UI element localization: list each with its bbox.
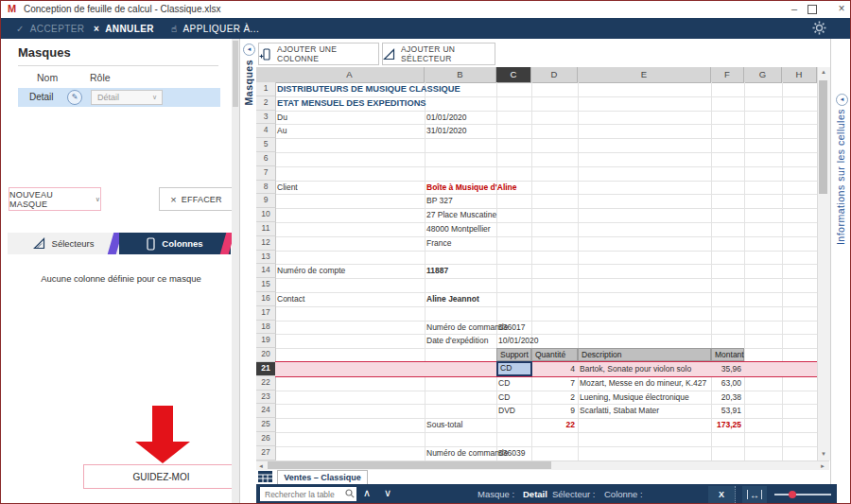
masks-side-tab[interactable]: ◂ Masques [239, 39, 257, 504]
cell-F23[interactable]: 20,38 [713, 391, 741, 403]
cell-E21[interactable]: Bartok, Sonate pour violon solo [580, 363, 691, 374]
cell-F22[interactable]: 63,00 [713, 377, 741, 389]
cell-B12[interactable]: France [426, 237, 451, 249]
cell-info-side-tab[interactable]: ◂ Informations sur les cellules [830, 39, 851, 504]
apply-to-button[interactable]: ☝ APPLIQUER À... [171, 18, 259, 39]
tab-selectors[interactable]: Sélecteurs [8, 233, 119, 254]
cell-A8[interactable]: Client [277, 182, 298, 193]
cell-A3[interactable]: Du [277, 112, 287, 123]
row-number-17[interactable]: 17 [256, 306, 276, 321]
cell-B14[interactable]: 11887 [426, 265, 448, 276]
cell-header-F20[interactable]: Montant [711, 348, 744, 361]
add-column-button[interactable]: AJOUTER UNE COLONNE [258, 43, 379, 65]
cell-header-E20[interactable]: Description [578, 348, 711, 361]
row-number-2[interactable]: 2 [256, 96, 276, 111]
minimize-button[interactable]: – [784, 2, 805, 16]
column-header-G[interactable]: G [744, 67, 782, 83]
column-header-A[interactable]: A [275, 67, 425, 83]
row-number-10[interactable]: 10 [256, 208, 276, 222]
cell-C22[interactable]: CD [498, 377, 510, 389]
row-number-5[interactable]: 5 [256, 138, 276, 152]
cell-B16[interactable]: Aline Jeannot [426, 293, 479, 304]
cell-A4[interactable]: Au [277, 125, 287, 136]
cell-A16[interactable]: Contact [277, 293, 304, 304]
cell-D25[interactable]: 22 [533, 419, 575, 430]
edit-mask-icon[interactable]: ✎ [67, 90, 82, 105]
scroll-right-icon[interactable]: ► [820, 463, 825, 469]
cell-E24[interactable]: Scarlatti, Stabat Mater [580, 405, 659, 416]
cell-F21[interactable]: 35,96 [713, 363, 741, 374]
new-mask-button[interactable]: NOUVEAU MASQUE ∨ [9, 187, 101, 211]
cell-C19[interactable]: 10/01/2020 [498, 335, 539, 346]
column-header-H[interactable]: H [782, 67, 817, 83]
cell-B27[interactable]: Numéro de commande [426, 447, 508, 459]
guide-me-button[interactable]: GUIDEZ-MOI [83, 464, 239, 489]
column-header-B[interactable]: B [425, 67, 496, 83]
row-number-9[interactable]: 9 [256, 194, 276, 208]
zoom-slider-handle[interactable] [789, 491, 796, 498]
row-number-4[interactable]: 4 [256, 124, 276, 138]
sheet-tab-ventes-classique[interactable]: Ventes – Classique [277, 470, 368, 485]
cell-B18[interactable]: Numéro de commande [426, 322, 508, 333]
add-selector-button[interactable]: AJOUTER UN SÉLECTEUR [382, 43, 495, 65]
row-number-20[interactable]: 20 [256, 348, 276, 362]
vertical-scrollbar-thumb[interactable] [819, 80, 827, 194]
cell-F25[interactable]: 173,25 [713, 419, 741, 430]
row-number-3[interactable]: 3 [256, 111, 276, 125]
cell-B19[interactable]: Date d'expédition [426, 335, 488, 346]
column-header-D[interactable]: D [531, 67, 578, 83]
cell-C24[interactable]: DVD [498, 405, 515, 416]
cell-D24[interactable]: 9 [533, 405, 575, 416]
row-number-6[interactable]: 6 [256, 152, 276, 166]
cell-header-C20[interactable]: Support [496, 348, 531, 361]
cell-header-D20[interactable]: Quantité [531, 348, 578, 361]
close-button[interactable]: × [831, 2, 851, 16]
cell-D21[interactable]: 4 [533, 363, 575, 374]
cell-A2[interactable]: ETAT MENSUEL DES EXPEDITIONS [277, 97, 426, 109]
scroll-left-icon[interactable]: ◄ [258, 463, 264, 469]
cell-D22[interactable]: 7 [533, 377, 575, 389]
selected-cell-C21[interactable]: CD [496, 361, 532, 376]
zoom-slider-track[interactable] [774, 494, 831, 495]
horizontal-scrollbar-thumb[interactable] [268, 461, 551, 469]
cell-B9[interactable]: BP 327 [426, 195, 453, 206]
collapse-panel-icon[interactable]: ◂ [836, 94, 848, 106]
cell-E23[interactable]: Luening, Musique électronique [580, 391, 689, 403]
cell-A1[interactable]: DISTRIBUTEURS DE MUSIQUE CLASSIQUE [277, 83, 460, 95]
fit-width-icon[interactable]: ↔ [742, 486, 767, 503]
scroll-down-icon[interactable]: ▼ [821, 451, 826, 457]
spreadsheet-grid[interactable]: ABCDEFGH12345678910111213141516171819202… [256, 67, 829, 461]
row-number-8[interactable]: 8 [256, 181, 276, 195]
panel-scrollbar-thumb[interactable] [233, 41, 238, 107]
row-number-22[interactable]: 22 [256, 376, 276, 391]
row-number-25[interactable]: 25 [256, 418, 276, 432]
search-input[interactable] [260, 487, 356, 501]
excel-icon[interactable]: X [708, 486, 736, 503]
cell-A14[interactable]: Numéro de compte [277, 265, 345, 276]
row-number-11[interactable]: 11 [256, 222, 276, 236]
column-header-F[interactable]: F [711, 67, 744, 83]
cell-B10[interactable]: 27 Place Muscatine [426, 209, 496, 220]
row-number-13[interactable]: 13 [256, 251, 276, 265]
row-number-19[interactable]: 19 [256, 334, 276, 348]
row-number-23[interactable]: 23 [256, 391, 276, 405]
cell-C18[interactable]: 536017 [498, 322, 525, 333]
row-number-26[interactable]: 26 [256, 432, 276, 446]
cell-E22[interactable]: Mozart, Messe en do mineur, K.427 [580, 377, 706, 389]
tab-columns[interactable]: Colonnes [119, 233, 231, 254]
panel-scrollbar[interactable] [232, 39, 239, 504]
cell-B4[interactable]: 31/01/2020 [426, 125, 467, 136]
cell-F24[interactable]: 53,91 [713, 405, 741, 416]
cancel-button[interactable]: × ANNULER [94, 18, 154, 39]
row-number-7[interactable]: 7 [256, 166, 276, 181]
cell-D23[interactable]: 2 [533, 391, 575, 403]
row-number-1[interactable]: 1 [256, 82, 276, 96]
row-number-16[interactable]: 16 [256, 292, 276, 306]
clear-button[interactable]: × EFFACER [159, 187, 234, 211]
row-number-15[interactable]: 15 [256, 278, 276, 292]
accept-button[interactable]: ✓ ACCEPTER [16, 18, 84, 39]
mask-list-row[interactable]: Detail ✎ Détail ∨ [18, 88, 220, 107]
cell-B11[interactable]: 48000 Montpellier [426, 223, 491, 235]
row-number-18[interactable]: 18 [256, 321, 276, 335]
maximize-button[interactable] [808, 5, 817, 14]
